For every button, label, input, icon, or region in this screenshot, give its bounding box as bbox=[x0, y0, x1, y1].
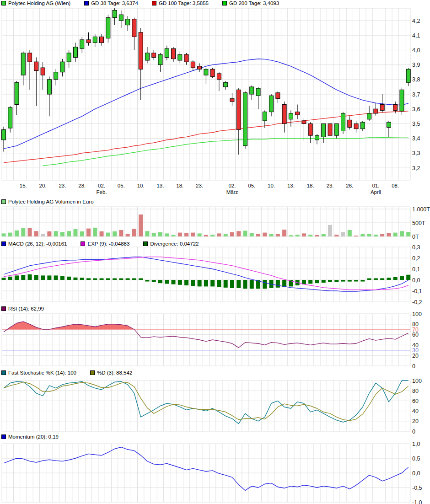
svg-text:3,6: 3,6 bbox=[412, 106, 420, 113]
legend-item-momentum: Momentum (20): 0,19 bbox=[1, 434, 59, 440]
svg-text:13.: 13. bbox=[287, 183, 295, 188]
svg-text:0: 0 bbox=[412, 363, 415, 370]
svg-text:28.: 28. bbox=[78, 183, 86, 188]
legend-item-stochastic-d: %D (3): 88,542 bbox=[90, 370, 132, 375]
legend-label: GD 200 Tage: 3,4093 bbox=[229, 0, 279, 6]
legend-label: Momentum (20): 0,19 bbox=[8, 434, 59, 440]
svg-text:-0,2: -0,2 bbox=[412, 299, 422, 306]
legend-label: MACD (26, 12): -0,00161 bbox=[8, 241, 67, 247]
svg-text:10.: 10. bbox=[137, 183, 145, 188]
stochastic-legend: Fast Stochastic %K (14): 100 %D (3): 88,… bbox=[1, 370, 132, 375]
svg-text:100: 100 bbox=[412, 311, 422, 317]
svg-text:0: 0 bbox=[412, 429, 415, 435]
svg-text:3,7: 3,7 bbox=[412, 91, 420, 98]
legend-label: Polytec Holding AG Volumen in Euro bbox=[8, 199, 94, 204]
volume-legend: Polytec Holding AG Volumen in Euro bbox=[1, 199, 94, 204]
svg-text:60: 60 bbox=[412, 398, 419, 404]
svg-text:April: April bbox=[371, 189, 381, 195]
svg-text:-0,5: -0,5 bbox=[412, 485, 422, 491]
svg-text:3,9: 3,9 bbox=[412, 62, 420, 68]
svg-text:Feb.: Feb. bbox=[97, 189, 107, 195]
svg-text:0,5: 0,5 bbox=[412, 456, 420, 462]
svg-text:23.: 23. bbox=[59, 183, 66, 188]
svg-text:1,0: 1,0 bbox=[412, 441, 420, 447]
svg-text:15.: 15. bbox=[20, 183, 27, 188]
svg-text:70: 70 bbox=[412, 327, 419, 333]
svg-text:80: 80 bbox=[412, 388, 419, 394]
svg-text:05.: 05. bbox=[118, 183, 125, 188]
momentum-swatch-icon bbox=[1, 434, 6, 439]
legend-item-divergence: Divergence: 0,04722 bbox=[143, 241, 199, 247]
legend-item-stochastic-k: Fast Stochastic %K (14): 100 bbox=[1, 370, 76, 375]
svg-text:3,8: 3,8 bbox=[412, 76, 420, 83]
macd-swatch-icon bbox=[1, 241, 6, 246]
legend-label: GD 38 Tage: 3,6374 bbox=[91, 0, 138, 6]
gd100-swatch-icon bbox=[152, 1, 156, 5]
macd-legend: MACD (26, 12): -0,00161 EXP (9): -0,0488… bbox=[1, 241, 199, 247]
svg-text:26.: 26. bbox=[346, 183, 353, 188]
svg-text:10.: 10. bbox=[268, 183, 275, 188]
svg-text:4,2: 4,2 bbox=[412, 18, 420, 24]
legend-label: EXP (9): -0,04883 bbox=[87, 241, 129, 247]
legend-item-rsi: RSI (14): 62,99 bbox=[1, 306, 44, 311]
svg-text:0,2: 0,2 bbox=[412, 255, 420, 262]
legend-item-gd200: GD 200 Tage: 3,4093 bbox=[222, 0, 279, 6]
rsi-swatch-icon bbox=[1, 306, 6, 311]
svg-text:23.: 23. bbox=[196, 183, 203, 188]
svg-text:0,1: 0,1 bbox=[412, 266, 420, 273]
svg-text:13.: 13. bbox=[156, 183, 164, 188]
svg-text:3,4: 3,4 bbox=[412, 135, 420, 142]
legend-label: RSI (14): 62,99 bbox=[8, 306, 44, 311]
legend-label: Divergence: 0,04722 bbox=[150, 241, 199, 247]
svg-text:500T: 500T bbox=[412, 220, 425, 226]
legend-item-exp: EXP (9): -0,04883 bbox=[81, 241, 129, 247]
legend-label: %D (3): 88,542 bbox=[97, 370, 132, 375]
svg-text:1.000T: 1.000T bbox=[412, 206, 430, 213]
momentum-legend: Momentum (20): 0,19 bbox=[1, 434, 59, 440]
svg-text:18.: 18. bbox=[176, 183, 183, 188]
svg-text:4,0: 4,0 bbox=[412, 47, 420, 54]
exp-swatch-icon bbox=[81, 241, 85, 246]
legend-item-gd38: GD 38 Tage: 3,6374 bbox=[84, 0, 138, 6]
legend-item-macd: MACD (26, 12): -0,00161 bbox=[1, 241, 67, 247]
stock-chart-page: Polytec Holding AG (Wien) GD 38 Tage: 3,… bbox=[0, 0, 430, 504]
svg-text:02.: 02. bbox=[228, 183, 236, 188]
svg-text:3,3: 3,3 bbox=[412, 150, 420, 156]
volume-swatch-icon bbox=[1, 199, 6, 204]
gd38-swatch-icon bbox=[84, 1, 89, 5]
instrument-swatch-icon bbox=[1, 1, 6, 5]
svg-text:0,0: 0,0 bbox=[412, 277, 420, 284]
svg-text:18.: 18. bbox=[307, 183, 314, 188]
price-legend: Polytec Holding AG (Wien) GD 38 Tage: 3,… bbox=[1, 0, 279, 6]
svg-text:-0,1: -0,1 bbox=[412, 288, 422, 295]
chart-canvas: 4,24,14,03,93,83,73,63,53,43,33,215.20.2… bbox=[0, 0, 430, 504]
svg-text:3,5: 3,5 bbox=[412, 121, 420, 127]
svg-text:3,2: 3,2 bbox=[412, 165, 420, 172]
legend-item-volume: Polytec Holding AG Volumen in Euro bbox=[1, 199, 94, 204]
svg-text:02.: 02. bbox=[98, 183, 105, 188]
svg-text:01.: 01. bbox=[372, 183, 379, 188]
legend-label: Fast Stochastic %K (14): 100 bbox=[8, 370, 76, 375]
svg-text:4,1: 4,1 bbox=[412, 32, 420, 39]
svg-text:05.: 05. bbox=[248, 183, 255, 188]
gd200-swatch-icon bbox=[222, 1, 227, 5]
legend-label: GD 100 Tage: 3,5855 bbox=[159, 0, 209, 6]
stochastic-k-swatch-icon bbox=[1, 370, 6, 375]
svg-text:März: März bbox=[226, 189, 238, 195]
svg-text:0,3: 0,3 bbox=[412, 244, 420, 251]
stochastic-d-swatch-icon bbox=[90, 370, 95, 375]
svg-text:20.: 20. bbox=[39, 183, 47, 188]
legend-item-gd100: GD 100 Tage: 3,5855 bbox=[152, 0, 209, 6]
svg-text:-1,0: -1,0 bbox=[412, 499, 422, 504]
svg-text:0T: 0T bbox=[412, 234, 419, 240]
svg-text:08.: 08. bbox=[392, 183, 399, 188]
divergence-swatch-icon bbox=[143, 241, 148, 246]
svg-text:0,0: 0,0 bbox=[412, 470, 420, 477]
legend-label: Polytec Holding AG (Wien) bbox=[8, 0, 70, 6]
svg-text:23.: 23. bbox=[327, 183, 334, 188]
legend-item-instrument: Polytec Holding AG (Wien) bbox=[1, 0, 70, 6]
rsi-legend: RSI (14): 62,99 bbox=[1, 306, 44, 311]
svg-text:40: 40 bbox=[412, 408, 419, 414]
svg-text:30: 30 bbox=[412, 347, 419, 354]
svg-text:100: 100 bbox=[412, 378, 422, 384]
